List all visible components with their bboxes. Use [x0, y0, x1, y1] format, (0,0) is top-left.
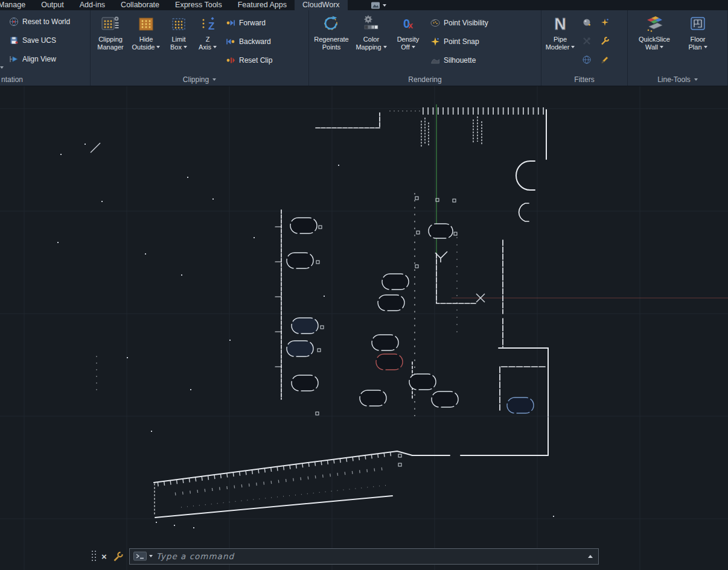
pipe-modeler-button[interactable]: N Pipe Modeler — [544, 12, 576, 72]
silhouette-button[interactable]: Silhouette — [427, 51, 491, 69]
chevron-down-icon — [412, 46, 415, 48]
color-mapping-button[interactable]: Color Mapping — [354, 12, 389, 72]
save-ucs-icon — [9, 36, 19, 45]
align-view-button[interactable]: Align View — [6, 49, 59, 68]
chevron-down-icon — [383, 46, 387, 48]
chevron-down-icon — [213, 46, 217, 48]
command-prompt-menu[interactable] — [133, 551, 153, 561]
clip-forward-button[interactable]: Forward — [223, 13, 275, 32]
tab-featured-apps[interactable]: Featured Apps — [230, 0, 295, 10]
chevron-down-icon — [149, 555, 153, 557]
button-label: Align View — [22, 55, 56, 63]
command-bar: × — [92, 546, 599, 566]
fit-sphere-button[interactable] — [582, 17, 592, 30]
density-button[interactable]: 0x Density Off — [392, 12, 424, 72]
clipped-button-caret[interactable] — [0, 63, 6, 72]
density-off-icon: 0x — [398, 14, 418, 33]
panel-orientation: Reset to World Save UCS Align View ntati… — [0, 10, 91, 86]
chevron-down-icon — [383, 4, 386, 7]
ribbon-display-toggle[interactable] — [366, 0, 391, 10]
limit-box-icon — [169, 14, 188, 33]
fit-spark-button[interactable] — [600, 17, 610, 30]
globe-fit-icon — [582, 55, 592, 65]
quickslice-wall-icon — [645, 14, 664, 33]
floor-plan-button[interactable]: Floor Plan — [683, 12, 712, 72]
point-cloud-ticks — [97, 111, 546, 507]
picture-icon — [371, 1, 380, 10]
panel-title-orientation[interactable]: ntation — [0, 73, 90, 86]
panel-title-clipping[interactable]: Clipping — [91, 73, 308, 86]
wrench-fit-icon — [600, 36, 610, 46]
reset-clip-button[interactable]: Reset Clip — [223, 51, 275, 69]
hide-outside-button[interactable]: Hide Outside — [130, 12, 162, 72]
svg-text:Z: Z — [208, 21, 214, 32]
chevron-down-icon — [0, 66, 4, 69]
panel-title-line-tools[interactable]: Line-Tools — [628, 73, 727, 86]
chevron-down-icon — [212, 78, 216, 81]
sphere-fit-icon — [582, 17, 592, 27]
reset-to-world-button[interactable]: Reset to World — [6, 12, 73, 31]
hide-outside-icon — [136, 14, 156, 33]
color-mapping-icon — [362, 14, 381, 33]
panel-rendering: Regenerate Points Color Mapping 0x Densi… — [309, 10, 541, 86]
clip-backward-button[interactable]: Backward — [223, 32, 275, 51]
panel-clipping: Clipping Manager Hide Outside Limit Box … — [91, 10, 309, 86]
z-axis-icon: Z — [198, 14, 217, 33]
command-input[interactable] — [156, 551, 584, 561]
point-snap-button[interactable]: Point Snap — [427, 32, 491, 51]
drawing-viewport[interactable] — [0, 86, 728, 570]
chevron-down-icon — [704, 46, 707, 48]
chevron-down-icon — [660, 46, 663, 48]
limit-box-button[interactable]: Limit Box — [165, 12, 193, 72]
point-visibility-button[interactable]: Point Visibility — [427, 13, 491, 32]
silhouette-icon — [430, 55, 440, 65]
save-ucs-button[interactable]: Save UCS — [6, 31, 59, 49]
pencil-fit-icon — [600, 55, 610, 65]
regenerate-points-icon — [322, 14, 341, 33]
command-input-wrapper[interactable] — [129, 548, 599, 565]
align-view-icon — [9, 54, 19, 64]
cross-arrows-icon — [582, 36, 592, 46]
pipe-modeler-icon: N — [551, 14, 570, 33]
fit-globe-button[interactable] — [582, 55, 592, 67]
panel-line-tools: QuickSlice Wall Floor Plan Line-Tools — [628, 10, 728, 86]
command-bar-grip[interactable] — [92, 551, 96, 562]
button-label: Save UCS — [22, 36, 56, 45]
tab-express-tools[interactable]: Express Tools — [167, 0, 230, 10]
tab-manage[interactable]: Manage — [0, 0, 33, 10]
ucs-marker — [435, 252, 447, 262]
point-cloud-specks — [57, 144, 554, 528]
panel-title-fitters[interactable]: Fitters — [541, 73, 627, 86]
regenerate-points-button[interactable]: Regenerate Points — [312, 12, 351, 72]
fit-wrench-button[interactable] — [600, 36, 610, 48]
clipping-manager-button[interactable]: Clipping Manager — [94, 12, 127, 72]
fit-pencil-button[interactable] — [600, 55, 610, 67]
panel-title-rendering[interactable]: Rendering — [309, 73, 541, 86]
point-cloud-fixtures — [287, 218, 534, 413]
reset-world-icon — [9, 17, 19, 27]
chevron-down-icon — [694, 78, 698, 81]
reset-clip-icon — [226, 55, 235, 65]
tab-output[interactable]: Output — [33, 0, 72, 10]
tab-add-ins[interactable]: Add-ins — [72, 0, 113, 10]
customize-wrench-icon[interactable] — [112, 551, 124, 562]
tab-cloudworx[interactable]: CloudWorx — [295, 0, 348, 10]
close-icon[interactable]: × — [101, 552, 107, 561]
z-axis-button[interactable]: Z Z Axis — [196, 12, 220, 72]
stray-line — [91, 143, 100, 153]
panel-fitters: N Pipe Modeler Fitters — [541, 10, 628, 86]
tab-collaborate[interactable]: Collaborate — [113, 0, 167, 10]
point-snap-icon — [430, 37, 440, 46]
chevron-up-icon[interactable] — [588, 555, 593, 558]
clipping-manager-icon — [101, 14, 120, 33]
quickslice-wall-button[interactable]: QuickSlice Wall — [635, 12, 674, 72]
forward-icon — [226, 18, 235, 28]
command-prompt-icon — [133, 551, 147, 561]
chevron-down-icon — [156, 46, 160, 48]
ribbon: Reset to World Save UCS Align View ntati… — [0, 10, 728, 86]
spark-fit-icon — [600, 17, 610, 27]
fit-arrows-button[interactable] — [582, 36, 592, 48]
backward-icon — [226, 37, 235, 46]
point-visibility-icon — [430, 18, 440, 28]
floor-plan-icon — [688, 14, 707, 33]
